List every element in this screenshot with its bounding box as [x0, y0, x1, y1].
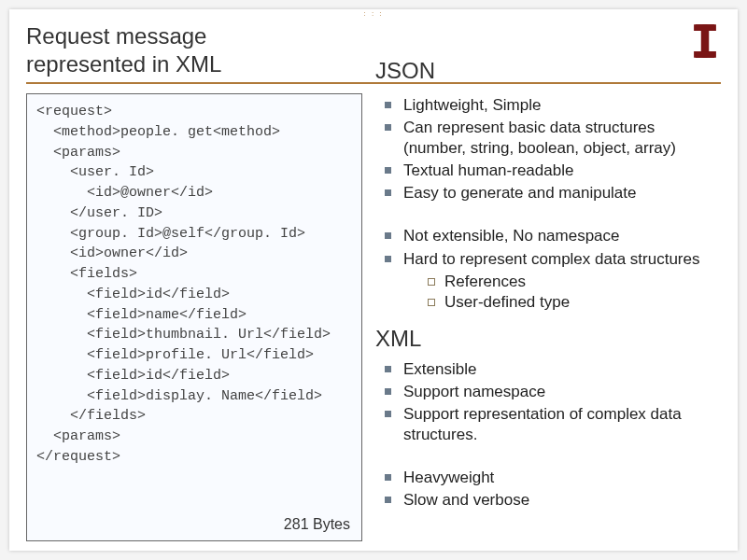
code-line: <field>id</field>: [36, 287, 230, 302]
slide-container: : : : Request message represented in XML…: [9, 9, 738, 551]
code-line: <params>: [36, 428, 120, 444]
xml-heading: XML: [375, 326, 721, 352]
list-item: Support representation of complex data s…: [381, 404, 721, 445]
list-item: Can represent basic data structures (num…: [381, 118, 721, 159]
list-item: Textual human-readable: [381, 161, 721, 181]
code-line: <request>: [36, 104, 112, 119]
code-line: </request>: [36, 449, 120, 465]
list-item: Slow and verbose: [381, 490, 721, 511]
sub-list: References User-defined type: [426, 272, 721, 313]
json-cons-list: Not extensible, No namespace Hard to rep…: [381, 226, 721, 312]
code-line: <user. Id>: [36, 164, 154, 180]
iu-logo-icon: [689, 21, 721, 62]
code-line: <id>owner</id>: [36, 245, 188, 261]
xml-pros-list: Extensible Support namespace Support rep…: [381, 359, 721, 445]
list-item: Hard to represent complex data structure…: [381, 249, 721, 313]
code-line: <fields>: [36, 266, 137, 282]
code-line: <field>thumbnail. Url</field>: [36, 327, 331, 343]
list-item: Easy to generate and manipulate: [381, 183, 721, 203]
code-line: <method>people. get<method>: [36, 124, 280, 140]
xml-cons-list: Heavyweight Slow and verbose: [381, 468, 721, 511]
byte-count-label: 281 Bytes: [284, 513, 350, 535]
list-item: Heavyweight: [381, 468, 721, 488]
svg-rect-1: [696, 24, 714, 30]
decorative-dots: : : :: [363, 9, 383, 18]
json-heading: JSON: [375, 58, 721, 84]
content-area: <request> <method>people. get<method> <p…: [26, 93, 721, 541]
code-line: <id>@owner</id>: [36, 185, 213, 201]
list-item-text: Hard to represent complex data structure…: [403, 250, 699, 268]
title-line-1: Request message: [26, 22, 221, 50]
code-line: <params>: [36, 145, 120, 161]
list-item: Not extensible, No namespace: [381, 226, 721, 246]
svg-rect-2: [696, 52, 714, 58]
code-line: <field>id</field>: [36, 368, 230, 384]
slide-title: Request message represented in XML: [26, 19, 221, 78]
code-line: <field>profile. Url</field>: [36, 347, 314, 363]
code-line: </user. ID>: [36, 205, 162, 221]
xml-code-block: <request> <method>people. get<method> <p…: [26, 93, 362, 541]
list-item: Support namespace: [381, 382, 721, 402]
code-line: <group. Id>@self</group. Id>: [36, 226, 305, 242]
title-line-2: represented in XML: [26, 50, 221, 78]
code-line: <field>display. Name</field>: [36, 388, 322, 404]
sub-list-item: References: [426, 272, 721, 292]
code-line: </fields>: [36, 408, 146, 424]
right-column: JSON Lightweight, Simple Can represent b…: [375, 93, 721, 541]
code-line: <field>name</field>: [36, 307, 247, 323]
list-item: Lightweight, Simple: [381, 95, 721, 116]
json-pros-list: Lightweight, Simple Can represent basic …: [381, 95, 721, 203]
list-item: Extensible: [381, 359, 721, 380]
sub-list-item: User-defined type: [426, 292, 721, 313]
